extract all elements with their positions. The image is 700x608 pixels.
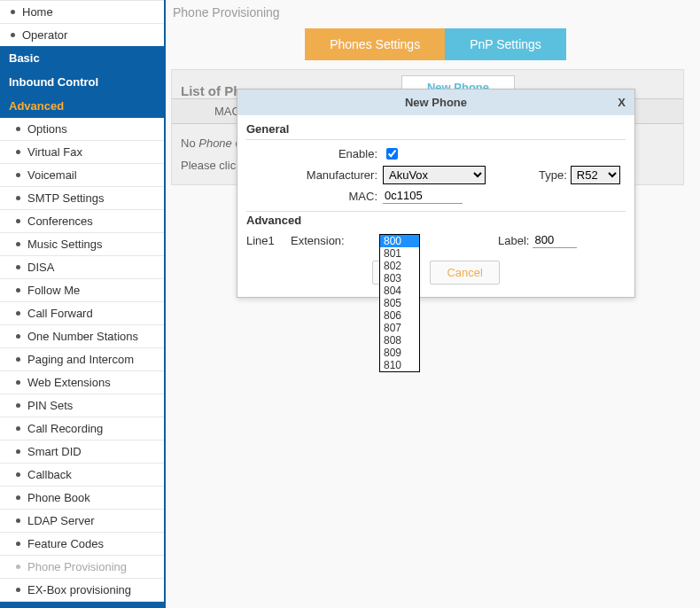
sidebar-header-basic[interactable]: Basic [0,46,164,70]
sidebar-item-music[interactable]: Music Settings [0,233,164,256]
type-label: Type: [539,168,571,182]
sidebar-item-follow-me[interactable]: Follow Me [0,279,164,302]
cancel-button[interactable]: Cancel [430,261,499,285]
extension-dropdown-open[interactable]: 800 801 802 803 804 805 806 807 808 809 [379,234,420,372]
extension-option[interactable]: 808 [380,334,419,347]
dialog-title: New Phone [405,96,467,109]
bullet-icon [11,33,15,37]
sidebar-item-label: EX-Box provisioning [27,583,131,596]
extension-option[interactable]: 800 [380,235,419,247]
tabs: Phones Settings PnP Settings [171,28,700,60]
extension-option[interactable]: 805 [380,297,419,309]
sidebar-item-home[interactable]: Home [0,0,164,23]
sidebar-item-feature-codes[interactable]: Feature Codes [0,533,164,556]
bullet-icon [11,10,15,14]
mac-input[interactable] [383,188,463,204]
sidebar-item-conferences[interactable]: Conferences [0,210,164,233]
sidebar-header-advanced[interactable]: Advanced [0,94,164,118]
new-phone-dialog: New Phone X General Enable: Manufacturer… [237,89,635,298]
sidebar-item-paging[interactable]: Paging and Intercom [0,348,164,371]
sidebar-item-label: Callback [27,468,72,481]
sidebar-item-call-forward[interactable]: Call Forward [0,302,164,325]
sidebar-item-label: Web Extensions [27,376,111,389]
sidebar-item-label: Phone Provisioning [27,560,127,573]
tab-pnp-settings[interactable]: PnP Settings [445,28,566,60]
bullet-icon [16,311,20,316]
sidebar-item-label: Operator [22,28,67,42]
sidebar-header-label: Basic [9,51,40,65]
bullet-icon [16,173,20,177]
sidebar-item-label: Home [22,5,53,19]
bullet-icon [16,127,20,131]
sidebar-item-disa[interactable]: DISA [0,256,164,279]
extension-option[interactable]: 804 [380,285,419,297]
enable-label: Enable: [246,147,383,160]
sidebar-item-pin-sets[interactable]: PIN Sets [0,394,164,417]
bullet-icon [16,449,20,454]
bullet-icon [16,150,20,154]
extension-option[interactable]: 809 [380,347,419,359]
sidebar-header-label: Advanced [9,99,64,113]
sidebar-item-operator[interactable]: Operator [0,23,164,46]
sidebar-item-call-recording[interactable]: Call Recording [0,417,164,440]
bullet-icon [16,542,20,546]
sidebar-item-exbox[interactable]: EX-Box provisioning [0,579,164,602]
bullet-icon [16,426,20,431]
sidebar-item-label: Music Settings [27,238,103,251]
sidebar-item-web-ext[interactable]: Web Extensions [0,371,164,394]
sidebar-item-callback[interactable]: Callback [0,464,164,487]
main-area: Phone Provisioning Phones Settings PnP S… [166,0,700,608]
sidebar-item-label: Virtual Fax [27,145,82,159]
tab-phones-settings[interactable]: Phones Settings [305,28,445,60]
sidebar-item-smart-did[interactable]: Smart DID [0,440,164,464]
sidebar-item-one-number[interactable]: One Number Stations [0,325,164,348]
sidebar-item-label: Phone Book [27,491,90,504]
page-title: Phone Provisioning [173,5,700,19]
bullet-icon [16,588,20,592]
bullet-icon [16,380,20,385]
sidebar-item-label: One Number Stations [27,330,138,343]
bullet-icon [16,242,20,246]
bullet-icon [16,518,20,523]
bullet-icon [16,219,20,223]
extension-label: Extension: [291,234,376,247]
bullet-icon [16,472,20,477]
bullet-icon [16,265,20,269]
sidebar-item-options[interactable]: Options [0,118,164,141]
enable-checkbox[interactable] [386,148,398,160]
extension-option[interactable]: 807 [380,322,419,334]
sidebar-item-voicemail[interactable]: Voicemail [0,164,164,187]
sidebar-item-virtual-fax[interactable]: Virtual Fax [0,141,164,164]
extension-option[interactable]: 810 [380,359,419,371]
bullet-icon [16,288,20,292]
manufacturer-select[interactable]: AkuVox [383,166,486,184]
sidebar-header-label: Inbound Control [9,75,98,89]
sidebar-item-label: Feature Codes [27,537,104,550]
bullet-icon [16,357,20,362]
manufacturer-label: Manufacturer: [246,168,383,182]
bullet-icon [16,334,20,339]
section-advanced: Advanced [246,211,626,230]
sidebar-item-ldap[interactable]: LDAP Server [0,510,164,533]
close-icon[interactable]: X [618,96,626,109]
extension-option[interactable]: 801 [380,247,419,260]
label-input[interactable] [533,232,577,248]
sidebar-item-label: LDAP Server [27,514,95,527]
bullet-icon [16,495,20,500]
sidebar-item-label: SMTP Settings [27,191,104,205]
sidebar: Home Operator Basic Inbound Control Adva… [0,0,166,608]
extension-option[interactable]: 803 [380,272,419,285]
extension-option[interactable]: 806 [380,309,419,322]
sidebar-item-label: Follow Me [27,284,80,297]
sidebar-header-network[interactable]: Network Settings [0,602,164,608]
sidebar-item-phone-provisioning[interactable]: Phone Provisioning [0,556,164,579]
extension-option[interactable]: 802 [380,260,419,272]
dialog-title-bar: New Phone X [237,90,634,115]
sidebar-item-label: Conferences [27,214,93,228]
sidebar-item-smtp[interactable]: SMTP Settings [0,187,164,210]
sidebar-item-label: Voicemail [27,168,77,182]
sidebar-item-phone-book[interactable]: Phone Book [0,487,164,510]
sidebar-header-inbound[interactable]: Inbound Control [0,70,164,94]
type-select[interactable]: R52 [571,166,620,184]
line1-label: Line1 [246,232,291,247]
